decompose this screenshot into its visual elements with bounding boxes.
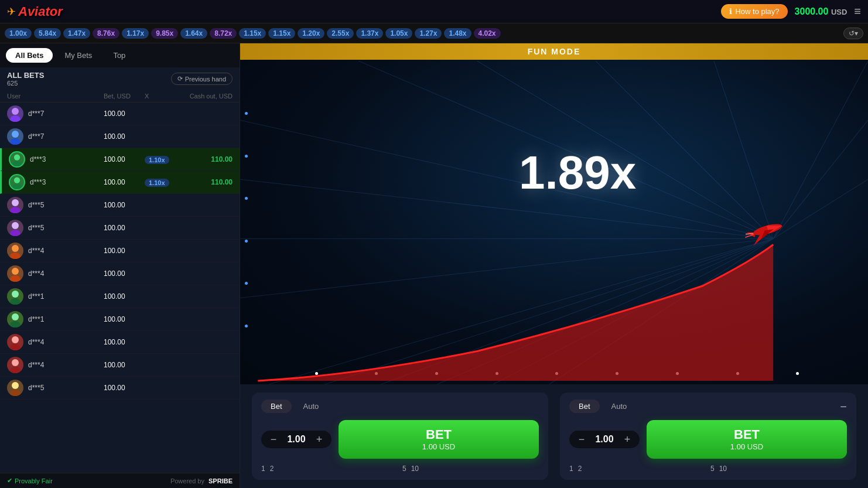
mult-badge-3[interactable]: 1.47x: [63, 28, 90, 39]
user-name: d***7: [28, 110, 104, 118]
mult-badge-9[interactable]: 1.15x: [239, 28, 266, 39]
bet-amount: 100.00: [104, 132, 145, 141]
panel-1-bet-button[interactable]: BET 1.00 USD: [339, 420, 539, 459]
avatar: [7, 220, 23, 236]
mult-badge-7[interactable]: 1.64x: [180, 28, 207, 39]
mult-badge-5[interactable]: 1.17x: [122, 28, 149, 39]
svg-point-4: [14, 154, 20, 160]
clock-icon: ⟳: [177, 75, 183, 83]
svg-point-18: [12, 313, 19, 320]
panel-2-auto-tab[interactable]: Auto: [607, 400, 632, 413]
table-row: d***3 100.00 1.10x 110.00: [0, 171, 240, 194]
bet-panel-1: Bet Auto − 1.00 + BET 1.00 USD: [252, 393, 548, 480]
mult-badge-15[interactable]: 1.27x: [415, 28, 442, 39]
panel-2-minus-button[interactable]: −: [575, 433, 588, 446]
user-name: d***5: [28, 384, 104, 392]
user-name: d***4: [28, 247, 104, 255]
panel-1-plus-button[interactable]: +: [313, 433, 326, 446]
mult-badge-10[interactable]: 1.15x: [268, 28, 295, 39]
bet-panel-2: Bet Auto − − 1.00 + BET 1.00 USD: [560, 393, 856, 480]
col-bet-header: Bet, USD: [104, 93, 145, 100]
panel-2-bet-tab[interactable]: Bet: [569, 400, 600, 413]
shield-icon: ✔: [7, 477, 12, 484]
bet-x: 1.10x: [145, 178, 180, 187]
mult-badge-8[interactable]: 8.72x: [210, 28, 237, 39]
panel-1-bet-label: BET: [426, 427, 452, 442]
panel-2-bet-label: BET: [734, 427, 760, 442]
svg-line-35: [240, 120, 773, 238]
quick-10b-btn[interactable]: 10: [719, 465, 727, 473]
panel-1-auto-tab[interactable]: Auto: [299, 400, 324, 413]
svg-line-42: [773, 179, 868, 238]
header-right: ℹ How to play? 3000.00 USD ≡: [721, 4, 861, 19]
avatar: [7, 265, 23, 282]
mult-badge-2[interactable]: 5.84x: [34, 28, 61, 39]
mult-badge-14[interactable]: 1.05x: [385, 28, 412, 39]
table-row: d***5 100.00: [0, 377, 240, 400]
avatar: [7, 128, 23, 145]
bets-title-block: ALL BETS 625: [7, 71, 44, 87]
bet-amount: 100.00: [104, 247, 145, 255]
previous-hand-button[interactable]: ⟳ Previous hand: [171, 73, 233, 85]
user-name: d***5: [28, 224, 104, 232]
mult-badge-11[interactable]: 1.20x: [298, 28, 324, 39]
svg-point-23: [10, 367, 20, 373]
panel-1-minus-button[interactable]: −: [267, 433, 280, 446]
mult-badge-16[interactable]: 1.48x: [444, 28, 471, 39]
svg-point-24: [12, 382, 19, 389]
svg-line-40: [773, 61, 868, 238]
avatar: [7, 105, 23, 122]
powered-by-label: Powered by SPRIBE: [170, 477, 233, 484]
mult-badge-1[interactable]: 1.00x: [5, 28, 32, 39]
tab-my-bets[interactable]: My Bets: [55, 48, 101, 63]
user-name: d***5: [28, 201, 104, 209]
tab-top[interactable]: Top: [104, 48, 135, 63]
fun-mode-banner: FUN MODE: [240, 43, 868, 60]
panel-2-bet-button[interactable]: BET 1.00 USD: [647, 420, 847, 459]
bet-amount: 100.00: [104, 110, 145, 118]
svg-point-13: [10, 252, 20, 259]
quick-2-btn[interactable]: 2: [270, 465, 274, 473]
avatar: [7, 311, 23, 327]
mult-badge-6[interactable]: 9.85x: [151, 28, 178, 39]
svg-line-41: [773, 120, 868, 238]
user-name: d***3: [30, 155, 104, 163]
quick-5-btn[interactable]: 5: [402, 465, 406, 473]
quick-5b-btn[interactable]: 5: [710, 465, 715, 473]
user-name: d***4: [28, 338, 104, 346]
mult-badge-17[interactable]: 4.02x: [474, 28, 501, 39]
refresh-button[interactable]: ↺▾: [843, 28, 863, 39]
mult-badge-4[interactable]: 8.76x: [93, 28, 119, 39]
svg-point-20: [12, 336, 19, 343]
mult-badge-12[interactable]: 2.55x: [327, 28, 354, 39]
svg-point-11: [10, 230, 20, 236]
hamburger-menu-icon[interactable]: ≡: [854, 5, 861, 18]
header: ✈ Aviator ℹ How to play? 3000.00 USD ≡: [0, 0, 868, 23]
multiplier-display: 1.89x: [519, 146, 636, 200]
panel-1-input-row: − 1.00 + BET 1.00 USD: [261, 420, 539, 459]
tab-all-bets[interactable]: All Bets: [6, 48, 53, 63]
bet-amount: 100.00: [104, 361, 145, 369]
avatar: [7, 197, 23, 213]
panel-2-minimize-button[interactable]: −: [840, 401, 847, 412]
user-name: d***1: [28, 315, 104, 323]
panel-2-plus-button[interactable]: +: [621, 433, 634, 446]
multiplier-bar: 1.00x 5.84x 1.47x 8.76x 1.17x 9.85x 1.64…: [0, 23, 868, 43]
quick-10-btn[interactable]: 10: [411, 465, 419, 473]
question-icon: ℹ: [729, 7, 732, 16]
quick-2b-btn[interactable]: 2: [578, 465, 582, 473]
panel-2-quick-amounts: 1 2 5 10: [569, 465, 847, 473]
table-row: d***5 100.00: [0, 194, 240, 217]
bets-count: 625: [7, 80, 44, 87]
quick-1-btn[interactable]: 1: [261, 465, 265, 473]
panel-1-bet-tab[interactable]: Bet: [261, 400, 292, 413]
table-row: d***1 100.00: [0, 285, 240, 308]
bets-header: ALL BETS 625 ⟳ Previous hand: [0, 67, 240, 90]
bets-list: d***7 100.00 d***7 100.00 d***3: [0, 103, 240, 473]
bet-amount: 100.00: [104, 269, 145, 278]
bottom-controls: Bet Auto − 1.00 + BET 1.00 USD: [240, 384, 868, 488]
mult-badge-13[interactable]: 1.37x: [356, 28, 383, 39]
quick-1b-btn[interactable]: 1: [569, 465, 573, 473]
how-to-play-button[interactable]: ℹ How to play?: [721, 4, 787, 19]
panel-1-bet-sub: 1.00 USD: [422, 442, 455, 452]
